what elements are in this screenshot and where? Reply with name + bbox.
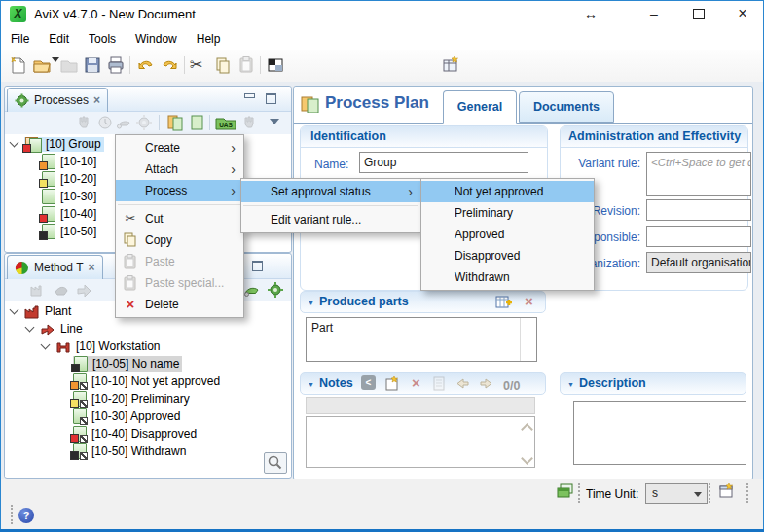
help-button[interactable]: ? bbox=[18, 508, 34, 523]
tree-item[interactable]: [10-50] Withdrawn bbox=[5, 443, 291, 460]
collapse-icon[interactable]: ▼ bbox=[308, 293, 314, 313]
name-label: Name: bbox=[314, 158, 348, 171]
method-tree-tab[interactable]: Method T × bbox=[7, 255, 103, 279]
menu-window[interactable]: Window bbox=[126, 32, 187, 46]
menu-item-disapproved[interactable]: Disapproved bbox=[421, 245, 594, 266]
time-unit-dropdown[interactable]: s bbox=[645, 483, 708, 504]
tab-documents[interactable]: Documents bbox=[519, 91, 614, 123]
menu-item-edit-variant-rule[interactable]: Edit variant rule... bbox=[241, 209, 420, 231]
submenu-arrow-icon: › bbox=[231, 159, 236, 180]
resize-cursor-icon: ↔ bbox=[580, 4, 601, 23]
print-icon[interactable] bbox=[106, 55, 126, 75]
drag-handle[interactable] bbox=[746, 483, 750, 503]
expander-icon[interactable] bbox=[41, 340, 51, 350]
save-icon[interactable] bbox=[83, 55, 102, 75]
revision-input[interactable] bbox=[646, 199, 751, 221]
menu-item-not-yet-approved[interactable]: Not yet approved bbox=[421, 181, 594, 202]
tree-item[interactable]: [10-40] Disapproved bbox=[5, 425, 291, 443]
add-produced-part-icon[interactable] bbox=[495, 294, 512, 310]
leaf-hand-icon[interactable] bbox=[242, 281, 260, 299]
undo-icon[interactable] bbox=[136, 55, 156, 75]
menu-item-cut[interactable]: ✂ Cut bbox=[116, 208, 243, 230]
collapse-icon[interactable]: ▼ bbox=[308, 374, 314, 395]
green-gear-icon[interactable] bbox=[267, 281, 284, 299]
description-text-area[interactable] bbox=[573, 401, 746, 465]
view-menu-icon[interactable] bbox=[270, 119, 287, 136]
tree-item[interactable]: [10] Workstation bbox=[5, 337, 291, 355]
responsible-input[interactable] bbox=[646, 226, 751, 247]
copy-icon[interactable] bbox=[213, 55, 233, 75]
note-counter: 0/0 bbox=[503, 376, 520, 397]
identification-header: Identification bbox=[301, 126, 547, 148]
menu-item-attach[interactable]: Attach › bbox=[116, 159, 243, 180]
expander-icon[interactable] bbox=[10, 138, 19, 148]
open-icon[interactable] bbox=[32, 55, 52, 75]
cut-icon[interactable]: ✂ bbox=[190, 55, 209, 75]
maximize-view-icon[interactable] bbox=[266, 93, 277, 103]
menu-item-set-approval-status[interactable]: Set approval status › bbox=[241, 181, 420, 202]
processes-tab-close-icon[interactable]: × bbox=[93, 93, 100, 107]
menu-file[interactable]: File bbox=[1, 32, 39, 46]
search-button[interactable] bbox=[264, 452, 287, 474]
produced-parts-label: Produced parts bbox=[319, 295, 409, 308]
menu-help[interactable]: Help bbox=[187, 32, 231, 46]
produced-parts-table[interactable]: Part bbox=[306, 317, 537, 362]
tree-item[interactable]: Line bbox=[5, 320, 291, 337]
menu-item-preliminary[interactable]: Preliminary bbox=[421, 202, 594, 224]
minimize-button[interactable]: – bbox=[643, 4, 665, 23]
menu-item-approved[interactable]: Approved bbox=[421, 224, 594, 245]
scroll-up-icon[interactable] bbox=[522, 421, 531, 431]
collapse-icon[interactable]: ▼ bbox=[567, 374, 574, 395]
scroll-down-icon[interactable] bbox=[522, 453, 531, 463]
copy-structure-icon[interactable] bbox=[166, 114, 184, 131]
processes-tab[interactable]: Processes × bbox=[7, 88, 108, 112]
uas-icon[interactable]: UAS bbox=[215, 114, 236, 131]
open-perspective-icon[interactable] bbox=[441, 55, 460, 75]
description-section: ▼Description bbox=[560, 372, 746, 476]
layout-editor-icon[interactable] bbox=[266, 55, 285, 75]
expander-icon[interactable] bbox=[10, 305, 19, 315]
chevron-down-icon bbox=[694, 492, 702, 497]
new-view-icon[interactable] bbox=[718, 482, 736, 500]
method-tree-tab-close-icon[interactable]: × bbox=[88, 261, 94, 274]
produced-parts-header: ▼Produced parts × bbox=[300, 291, 546, 313]
tree-item[interactable]: [10-20] Preliminary bbox=[5, 390, 291, 408]
new-document-icon[interactable] bbox=[9, 55, 28, 75]
minimize-view-icon[interactable] bbox=[244, 93, 256, 103]
toolbar-separator bbox=[129, 56, 130, 74]
maximize-button[interactable] bbox=[688, 4, 709, 23]
tree-item[interactable]: [10-05] No name bbox=[5, 355, 291, 372]
menu-tools[interactable]: Tools bbox=[79, 32, 126, 46]
note-title-bar[interactable] bbox=[306, 397, 535, 414]
note-text-area[interactable] bbox=[306, 416, 535, 468]
menu-item-create[interactable]: Create › bbox=[116, 137, 243, 159]
maximize-view-icon[interactable] bbox=[252, 261, 264, 270]
next-note-icon bbox=[478, 375, 494, 392]
drag-handle[interactable] bbox=[578, 483, 582, 503]
document-icon[interactable] bbox=[188, 114, 205, 131]
organization-field[interactable]: Default organisation, bbox=[646, 252, 751, 273]
redo-icon[interactable] bbox=[160, 55, 179, 75]
menu-edit[interactable]: Edit bbox=[39, 32, 79, 46]
menu-item-delete[interactable]: × Delete bbox=[116, 294, 243, 315]
menu-item-process[interactable]: Process › bbox=[116, 180, 243, 201]
note-document-icon bbox=[431, 375, 448, 392]
menu-item-withdrawn[interactable]: Withdrawn bbox=[421, 266, 594, 288]
drag-handle[interactable] bbox=[11, 505, 15, 524]
process-status-icon bbox=[73, 373, 87, 389]
tree-item-label: Plant bbox=[45, 304, 71, 318]
menu-item-copy[interactable]: Copy bbox=[116, 230, 243, 251]
folder-icon bbox=[59, 55, 79, 75]
new-note-icon[interactable] bbox=[384, 375, 401, 392]
tab-general[interactable]: General bbox=[443, 90, 517, 124]
expander-icon[interactable] bbox=[25, 323, 35, 333]
operation-icon bbox=[53, 281, 70, 299]
tree-item[interactable]: [10-10] Not yet approved bbox=[5, 372, 291, 390]
toolbar-separator bbox=[260, 56, 261, 74]
close-button[interactable]: × bbox=[732, 4, 753, 23]
views-icon[interactable] bbox=[557, 483, 574, 501]
drag-handle[interactable] bbox=[709, 483, 712, 503]
name-input[interactable]: Group bbox=[359, 152, 528, 173]
tree-item[interactable]: [10-30] Approved bbox=[5, 408, 291, 425]
variant-rule-input[interactable]: <Ctrl+Space to get c bbox=[646, 152, 751, 196]
